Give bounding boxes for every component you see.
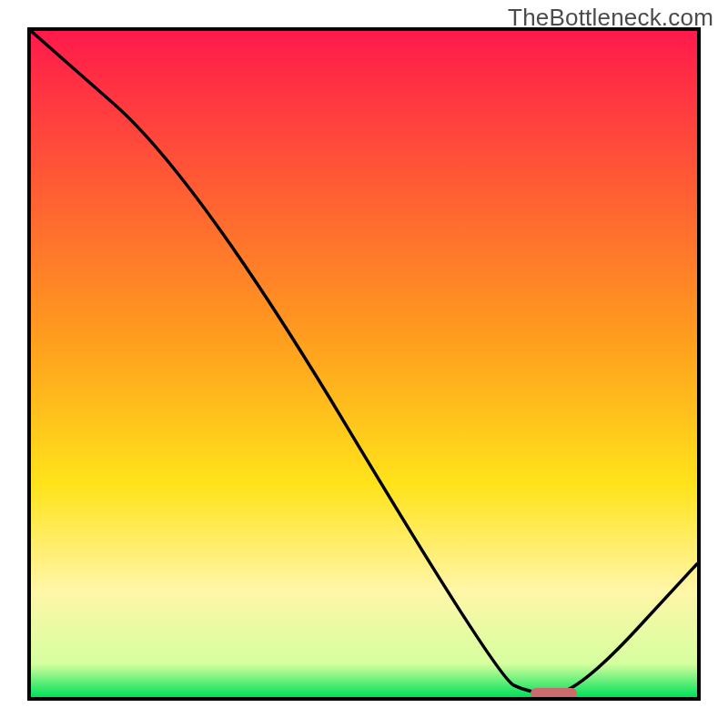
plot-area [27,27,701,701]
bottleneck-curve [31,31,697,697]
optimal-range-marker [531,688,577,699]
chart-container: TheBottleneck.com [0,0,728,728]
